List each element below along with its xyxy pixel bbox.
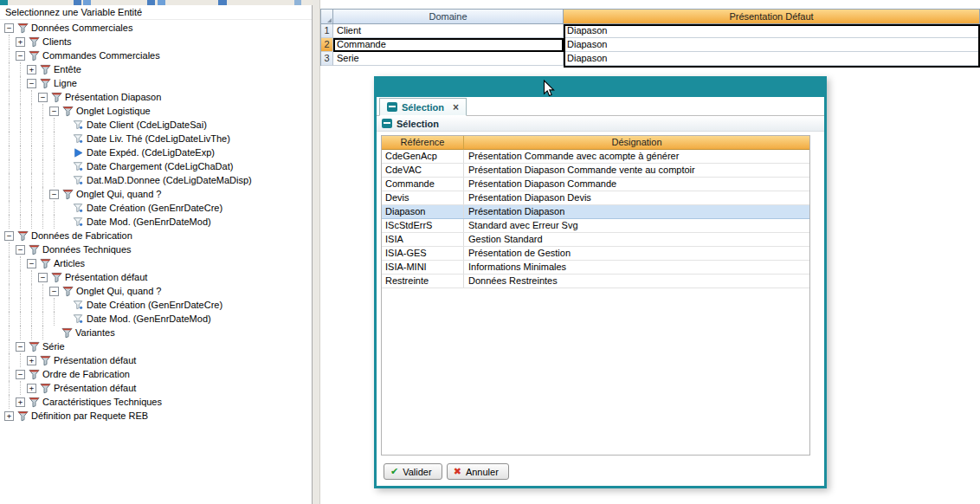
tree-item[interactable]: Date Mod. (GenEnrDateMod): [0, 215, 312, 229]
tree-guide-line: [15, 173, 26, 187]
tree-item[interactable]: Dat.MaD.Donnee (CdeLigDateMaDisp): [0, 173, 312, 187]
variable-filter-icon: [38, 78, 52, 89]
tree-item[interactable]: Date Liv. Thé (CdeLigDateLivThe): [0, 132, 312, 145]
selection-list-row[interactable]: DevisPrésentation Diapason Devis: [382, 191, 809, 205]
tree-item[interactable]: +Définition par Requete REB: [0, 409, 312, 423]
collapse-toggle-icon[interactable]: −: [4, 23, 14, 33]
collapse-toggle-icon[interactable]: −: [38, 273, 48, 282]
entity-tree-panel: Selectionnez une Variable Entité −Donnée…: [0, 5, 313, 504]
tree-item-label: Date Mod. (GenEnrDateMod): [87, 313, 211, 326]
selection-list-row[interactable]: CommandePrésentation Diapason Commande: [382, 178, 809, 191]
collapse-toggle-icon[interactable]: −: [49, 287, 59, 296]
expand-toggle-icon[interactable]: +: [4, 411, 14, 421]
tree-item[interactable]: −Données Commerciales: [0, 21, 312, 35]
tree-item[interactable]: Date Client (CdeLigDateSai): [0, 118, 312, 132]
selection-list[interactable]: Référence Désignation CdeGenAcpPrésentat…: [381, 135, 810, 456]
panel-splitter[interactable]: [313, 0, 320, 504]
selection-list-row[interactable]: RestreinteDonnées Restreintes: [382, 275, 809, 288]
tree-item[interactable]: +Présentation défaut: [0, 353, 312, 367]
column-header-presentation[interactable]: Présentation Défaut: [564, 10, 980, 24]
domain-grid-row: 1ClientDiapason: [321, 24, 980, 38]
tree-item[interactable]: Date Création (GenEnrDateCre): [0, 201, 312, 215]
presentation-cell[interactable]: Diapason: [564, 52, 980, 66]
column-header-designation[interactable]: Désignation: [464, 136, 809, 150]
tree-guide-line: [3, 48, 15, 62]
tree-item-label: Définition par Requete REB: [31, 410, 148, 423]
tree-item[interactable]: −Ordre de Fabrication: [0, 367, 312, 381]
selection-list-row[interactable]: CdeGenAcpPrésentation Commande avec acom…: [382, 150, 809, 164]
tree-item[interactable]: Date Chargement (CdeLigChaDat): [0, 159, 312, 173]
presentation-cell[interactable]: Diapason: [564, 38, 980, 52]
expand-toggle-icon[interactable]: +: [27, 356, 36, 365]
variable-filter-icon: [71, 175, 85, 185]
row-number-cell[interactable]: 3: [321, 52, 333, 66]
selection-list-row[interactable]: ISIA-GESPrésentation de Gestion: [382, 247, 809, 261]
tree-item[interactable]: +Caractéristiques Techniques: [0, 395, 312, 409]
selection-list-row[interactable]: IScStdErrSStandard avec Erreur Svg: [382, 219, 809, 233]
tree-item[interactable]: −Données Techniques: [0, 242, 312, 256]
reference-cell: CdeGenAcp: [382, 150, 464, 163]
collapse-toggle-icon[interactable]: −: [27, 79, 36, 88]
domaine-cell[interactable]: Commande: [333, 38, 564, 52]
tree-item[interactable]: +Entête: [0, 62, 312, 76]
column-header-domaine[interactable]: Domaine: [333, 10, 564, 24]
tree-item[interactable]: −Données de Fabrication: [0, 229, 312, 242]
valider-button[interactable]: ✔ Valider: [384, 463, 442, 480]
domaine-cell[interactable]: Client: [333, 24, 564, 38]
tree-item[interactable]: −Ligne: [0, 76, 312, 90]
reference-cell: ISIA-MINI: [382, 261, 464, 274]
tree-item-label: Présentation défaut: [54, 354, 136, 367]
tree-guide-line: [15, 76, 26, 90]
collapse-toggle-icon[interactable]: −: [49, 107, 59, 116]
tree-item[interactable]: −Présentation défaut: [0, 270, 312, 284]
expand-toggle-icon[interactable]: +: [27, 65, 36, 74]
tree-guide-line: [48, 201, 60, 215]
selection-list-row[interactable]: DiapasonPrésentation Diapason: [382, 205, 809, 219]
selection-list-row[interactable]: ISIAGestion Standard: [382, 233, 809, 247]
tree-item[interactable]: Variantes: [0, 326, 312, 339]
expand-toggle-icon[interactable]: +: [16, 37, 25, 47]
tree-item[interactable]: Date Expéd. (CdeLigDateExp): [0, 145, 312, 159]
column-header-reference[interactable]: Référence: [382, 136, 464, 150]
corner-select-cell[interactable]: [321, 10, 333, 24]
tree-item[interactable]: −Onglet Qui, quand ?: [0, 284, 312, 298]
tree-item[interactable]: −Onglet Logistique: [0, 104, 312, 118]
collapse-toggle-icon[interactable]: −: [16, 51, 25, 61]
row-number-cell[interactable]: 1: [321, 24, 333, 38]
tab-close-icon[interactable]: ×: [453, 102, 459, 113]
selection-list-row[interactable]: ISIA-MINIInformations Minimales: [382, 261, 809, 275]
tree-item[interactable]: +Clients: [0, 35, 312, 48]
tree-item[interactable]: Date Mod. (GenEnrDateMod): [0, 312, 312, 326]
collapse-toggle-icon[interactable]: −: [38, 93, 48, 102]
dialog-titlebar[interactable]: [377, 79, 824, 97]
panel-icon: [387, 102, 397, 112]
tree-item[interactable]: +Présentation défaut: [0, 381, 312, 395]
tree-item[interactable]: −Onglet Qui, quand ?: [0, 187, 312, 201]
tree-item[interactable]: −Série: [0, 339, 312, 353]
collapse-toggle-icon[interactable]: −: [4, 231, 14, 241]
domaine-cell[interactable]: Serie: [333, 52, 564, 66]
annuler-button[interactable]: ✖ Annuler: [447, 463, 509, 480]
tree-item[interactable]: −Articles: [0, 256, 312, 270]
tree-item[interactable]: Date Création (GenEnrDateCre): [0, 298, 312, 312]
collapse-toggle-icon[interactable]: −: [27, 259, 36, 268]
app-window: Selectionnez une Variable Entité −Donnée…: [0, 0, 980, 504]
tree-guide-line: [3, 381, 15, 395]
tree-guide-line: [26, 270, 37, 284]
selection-list-row[interactable]: CdeVACPrésentation Diapason Commande ven…: [382, 164, 809, 178]
expand-toggle-icon[interactable]: +: [16, 397, 25, 407]
row-number-cell[interactable]: 2: [321, 38, 333, 52]
tree-item[interactable]: −Commandes Commerciales: [0, 48, 312, 62]
collapse-toggle-icon[interactable]: −: [16, 370, 25, 379]
tree-item[interactable]: −Présentation Diapason: [0, 90, 312, 104]
variable-filter-icon: [71, 120, 85, 130]
collapse-toggle-icon[interactable]: −: [49, 190, 59, 199]
presentation-cell[interactable]: Diapason: [564, 24, 980, 38]
tree-guide-line: [48, 312, 60, 326]
tab-selection[interactable]: Sélection ×: [379, 98, 467, 116]
tree-guide-line: [37, 312, 48, 326]
collapse-toggle-icon[interactable]: −: [16, 245, 25, 255]
tree-guide-line: [3, 270, 15, 284]
expand-toggle-icon[interactable]: +: [27, 384, 36, 393]
collapse-toggle-icon[interactable]: −: [16, 342, 25, 352]
